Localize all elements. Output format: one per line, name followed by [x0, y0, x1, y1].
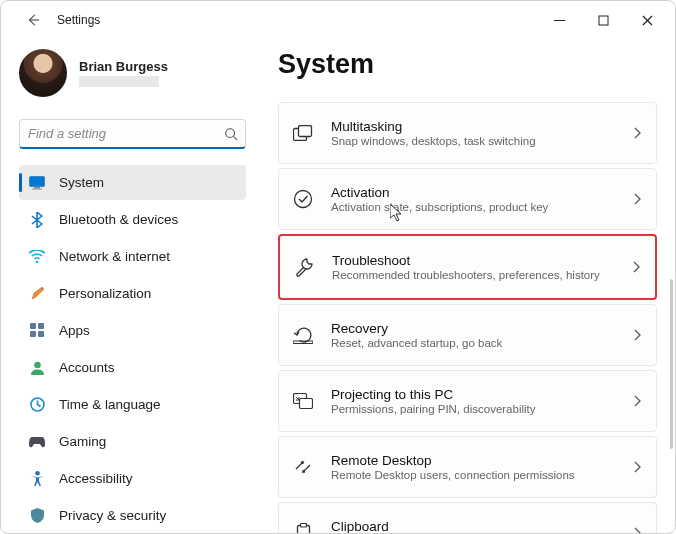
- nav-apps[interactable]: Apps: [19, 313, 246, 348]
- chevron-right-icon: [634, 395, 642, 407]
- privacy-icon: [29, 508, 45, 524]
- svg-rect-1: [599, 16, 608, 25]
- card-title: Remote Desktop: [331, 453, 616, 468]
- profile-name: Brian Burgess: [79, 59, 168, 74]
- svg-rect-8: [32, 188, 42, 189]
- svg-point-16: [35, 471, 40, 476]
- svg-rect-11: [38, 323, 44, 329]
- troubleshoot-icon: [294, 257, 314, 277]
- nav-label: Accounts: [59, 360, 115, 375]
- svg-rect-18: [299, 126, 312, 137]
- nav-time[interactable]: Time & language: [19, 387, 246, 422]
- nav-gaming[interactable]: Gaming: [19, 424, 246, 459]
- window-title: Settings: [57, 13, 100, 27]
- maximize-button[interactable]: [593, 10, 613, 30]
- svg-point-19: [295, 191, 312, 208]
- nav-label: Personalization: [59, 286, 151, 301]
- card-title: Projecting to this PC: [331, 387, 616, 402]
- bluetooth-icon: [29, 212, 45, 228]
- nav-label: Network & internet: [59, 249, 170, 264]
- remote-desktop-icon: [293, 457, 313, 477]
- activation-icon: [293, 189, 313, 209]
- nav-system[interactable]: System: [19, 165, 246, 200]
- projecting-icon: [293, 391, 313, 411]
- search-box: [19, 119, 246, 149]
- card-title: Multitasking: [331, 119, 616, 134]
- nav-accessibility[interactable]: Accessibility: [19, 461, 246, 496]
- card-title: Activation: [331, 185, 616, 200]
- svg-rect-12: [30, 331, 36, 337]
- nav-bluetooth[interactable]: Bluetooth & devices: [19, 202, 246, 237]
- clipboard-icon: [293, 523, 313, 533]
- svg-rect-13: [38, 331, 44, 337]
- apps-icon: [29, 323, 45, 339]
- nav-label: Apps: [59, 323, 90, 338]
- card-desc: Snap windows, desktops, task switching: [331, 135, 616, 147]
- card-desc: Reset, advanced startup, go back: [331, 337, 616, 349]
- card-remote-desktop[interactable]: Remote Desktop Remote Desktop users, con…: [278, 436, 657, 498]
- sidebar: Brian Burgess System Bluetooth & devices…: [1, 39, 256, 533]
- svg-line-5: [234, 137, 238, 141]
- card-title: Recovery: [331, 321, 616, 336]
- settings-cards: Multitasking Snap windows, desktops, tas…: [278, 102, 657, 533]
- nav-personalization[interactable]: Personalization: [19, 276, 246, 311]
- card-recovery[interactable]: Recovery Reset, advanced startup, go bac…: [278, 304, 657, 366]
- recovery-icon: [293, 325, 313, 345]
- minimize-button[interactable]: [549, 10, 569, 30]
- card-title: Clipboard: [331, 519, 616, 533]
- profile-section[interactable]: Brian Burgess: [19, 45, 246, 101]
- profile-email-redacted: [79, 76, 159, 87]
- card-multitasking[interactable]: Multitasking Snap windows, desktops, tas…: [278, 102, 657, 164]
- avatar: [19, 49, 67, 97]
- close-button[interactable]: [637, 10, 657, 30]
- card-title: Troubleshoot: [332, 253, 615, 268]
- card-activation[interactable]: Activation Activation state, subscriptio…: [278, 168, 657, 230]
- nav-privacy[interactable]: Privacy & security: [19, 498, 246, 533]
- page-title: System: [278, 49, 657, 80]
- chevron-right-icon: [634, 527, 642, 533]
- search-icon: [224, 127, 238, 141]
- nav-label: System: [59, 175, 104, 190]
- nav-accounts[interactable]: Accounts: [19, 350, 246, 385]
- card-desc: Remote Desktop users, connection permiss…: [331, 469, 616, 481]
- personalization-icon: [29, 286, 45, 302]
- chevron-right-icon: [634, 461, 642, 473]
- svg-rect-24: [300, 524, 306, 528]
- svg-rect-10: [30, 323, 36, 329]
- gaming-icon: [29, 434, 45, 450]
- time-icon: [29, 397, 45, 413]
- chevron-right-icon: [634, 127, 642, 139]
- card-projecting[interactable]: Projecting to this PC Permissions, pairi…: [278, 370, 657, 432]
- nav-list: System Bluetooth & devices Network & int…: [19, 165, 246, 533]
- card-clipboard[interactable]: Clipboard Cut and copy history, sync, cl…: [278, 502, 657, 533]
- nav-network[interactable]: Network & internet: [19, 239, 246, 274]
- nav-label: Gaming: [59, 434, 106, 449]
- chevron-right-icon: [633, 261, 641, 273]
- svg-point-14: [34, 362, 41, 369]
- svg-point-9: [36, 261, 38, 263]
- content-area: System Multitasking Snap windows, deskto…: [256, 39, 675, 533]
- nav-label: Time & language: [59, 397, 161, 412]
- svg-point-4: [226, 129, 235, 138]
- accounts-icon: [29, 360, 45, 376]
- card-desc: Recommended troubleshooters, preferences…: [332, 269, 615, 281]
- svg-rect-6: [30, 176, 45, 186]
- svg-rect-7: [34, 187, 40, 189]
- chevron-right-icon: [634, 193, 642, 205]
- card-desc: Activation state, subscriptions, product…: [331, 201, 616, 213]
- chevron-right-icon: [634, 329, 642, 341]
- nav-label: Accessibility: [59, 471, 133, 486]
- back-button[interactable]: [19, 6, 47, 34]
- network-icon: [29, 249, 45, 265]
- scrollbar-thumb[interactable]: [670, 279, 673, 449]
- search-input[interactable]: [19, 119, 246, 149]
- accessibility-icon: [29, 471, 45, 487]
- card-troubleshoot[interactable]: Troubleshoot Recommended troubleshooters…: [278, 234, 657, 300]
- card-desc: Permissions, pairing PIN, discoverabilit…: [331, 403, 616, 415]
- multitasking-icon: [293, 123, 313, 143]
- nav-label: Bluetooth & devices: [59, 212, 178, 227]
- system-icon: [29, 175, 45, 191]
- svg-rect-22: [300, 399, 313, 409]
- nav-label: Privacy & security: [59, 508, 166, 523]
